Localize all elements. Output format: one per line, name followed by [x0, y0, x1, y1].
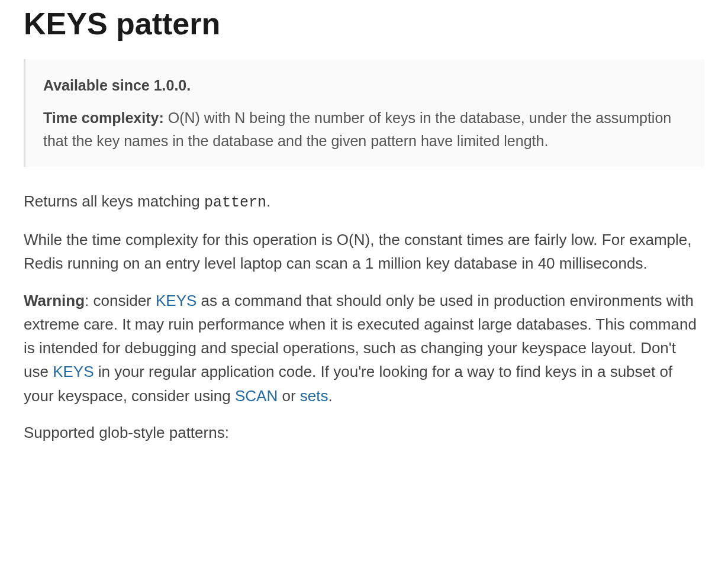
keys-link-1[interactable]: KEYS — [156, 292, 197, 309]
returns-prefix: Returns all keys matching — [24, 192, 204, 210]
while-paragraph: While the time complexity for this opera… — [24, 228, 704, 276]
warning-mid3: or — [278, 387, 300, 405]
sets-link[interactable]: sets — [300, 387, 328, 405]
returns-suffix: . — [266, 192, 270, 210]
available-since: Available since 1.0.0. — [43, 77, 191, 93]
warning-paragraph: Warning: consider KEYS as a command that… — [24, 289, 704, 408]
warning-mid2: in your regular application code. If you… — [24, 363, 672, 404]
page-title: KEYS pattern — [24, 6, 704, 41]
warning-end: . — [328, 387, 332, 405]
warning-label: Warning — [24, 292, 85, 309]
time-complexity-label: Time complexity: — [43, 109, 164, 126]
scan-link[interactable]: SCAN — [235, 387, 278, 405]
keys-link-2[interactable]: KEYS — [53, 363, 94, 380]
returns-paragraph: Returns all keys matching pattern. — [24, 189, 704, 215]
document-page: KEYS pattern Available since 1.0.0. Time… — [0, 0, 728, 463]
pattern-code: pattern — [204, 194, 266, 211]
supported-patterns-heading: Supported glob-style patterns: — [24, 421, 704, 444]
warning-pre: : consider — [85, 292, 156, 309]
info-box: Available since 1.0.0. Time complexity: … — [24, 59, 704, 167]
time-complexity-line: Time complexity: O(N) with N being the n… — [43, 106, 687, 153]
